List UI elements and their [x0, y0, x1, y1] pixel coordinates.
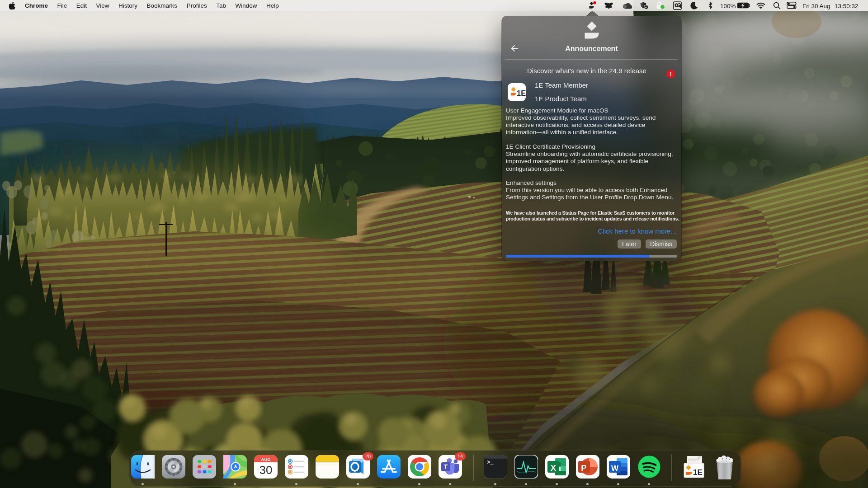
svg-text:X: X — [551, 463, 557, 473]
svg-text:1E: 1E — [693, 468, 703, 477]
svg-text:T: T — [444, 463, 448, 470]
svg-text:>_: >_ — [487, 460, 494, 466]
svg-text:30: 30 — [259, 463, 273, 477]
svg-text:1E: 1E — [517, 89, 526, 97]
svg-text:W: W — [611, 464, 619, 473]
svg-text:P: P — [581, 463, 586, 473]
svg-text:AUG: AUG — [261, 457, 270, 462]
